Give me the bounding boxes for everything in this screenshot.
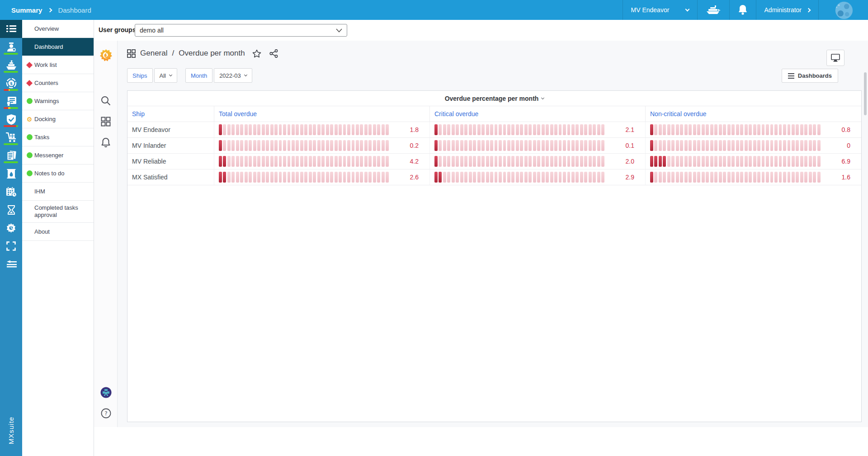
module-time[interactable] <box>0 201 22 219</box>
user-groups-select[interactable]: demo all <box>135 24 347 37</box>
purchase-status-bar <box>4 143 18 145</box>
module-fullscreen[interactable] <box>0 237 22 255</box>
notifications-button[interactable] <box>729 0 756 20</box>
month-filter-value-text: 2022-03 <box>219 72 241 79</box>
top-bar: Summary Dashboard MV Endeavor <box>0 0 868 20</box>
grafana-search-button[interactable] <box>94 90 118 111</box>
sidebar-item-completed-tasks-approval[interactable]: Completed tasks approval <box>22 201 94 223</box>
grafana-logo[interactable] <box>94 43 118 67</box>
status-segment <box>4 89 9 91</box>
user-groups-row: User groups: demo all <box>94 20 868 41</box>
column-header-total-overdue[interactable]: Total overdue <box>214 106 430 122</box>
module-ship[interactable] <box>0 56 22 74</box>
star-icon[interactable] <box>252 49 261 58</box>
sidebar-item-messenger[interactable]: Messenger <box>22 146 94 165</box>
dashboard-title[interactable]: Overdue per month <box>179 49 245 58</box>
panel-title[interactable]: Overdue percentage per month <box>127 91 861 106</box>
sidebar-item-label: Completed tasks approval <box>34 204 91 219</box>
month-filter-value[interactable]: 2022-03 <box>214 68 252 83</box>
gauge-value: 2.9 <box>611 174 634 181</box>
dashboards-button[interactable]: Dashboards <box>782 69 838 83</box>
oil-barrel-icon <box>7 169 16 179</box>
sidebar-item-counters[interactable]: Counters <box>22 74 94 92</box>
grafana-user-avatar[interactable] <box>94 382 118 403</box>
ships-filter-label[interactable]: Ships <box>127 68 153 83</box>
table-row: MV Inlander0.20.10 <box>127 138 861 154</box>
module-finance[interactable]: $ <box>0 74 22 92</box>
finance-status-bar <box>4 89 18 91</box>
grafana-sidebar: ? <box>94 41 118 427</box>
sidebar-item-notes-to-do[interactable]: Notes to do <box>22 165 94 183</box>
grafana-help-button[interactable]: ? <box>94 403 118 423</box>
documents-status-bar <box>4 161 18 163</box>
status-segment <box>4 53 18 55</box>
gauge-value: 4.2 <box>395 158 419 165</box>
sidebar-item-dashboard[interactable]: Dashboard <box>22 38 94 56</box>
lcd-gauge <box>219 124 389 135</box>
module-crew[interactable] <box>0 38 22 56</box>
column-header-non-critical-overdue[interactable]: Non-critical overdue <box>646 106 861 122</box>
safety-status-bar <box>4 125 18 127</box>
sidebar-item-docking[interactable]: ⚙Docking <box>22 110 94 128</box>
sidebar-item-about[interactable]: About <box>22 223 94 241</box>
scrollbar-thumb[interactable] <box>864 72 867 115</box>
sidebar-item-warnings[interactable]: Warnings <box>22 92 94 110</box>
sidebar-item-label: Notes to do <box>34 170 65 177</box>
sidebar-item-label: Warnings <box>34 98 59 105</box>
column-header-critical-overdue[interactable]: Critical overdue <box>430 106 646 122</box>
column-header-ship[interactable]: Ship <box>127 106 214 122</box>
ship-status-bar <box>4 71 18 73</box>
share-icon[interactable] <box>269 49 278 58</box>
grafana-dashboards-button[interactable] <box>94 111 118 132</box>
module-oil[interactable] <box>0 165 22 183</box>
user-menu[interactable]: Administrator <box>756 0 818 20</box>
sidebar-item-tasks[interactable]: Tasks <box>22 128 94 146</box>
breadcrumb-section[interactable]: Summary <box>11 6 42 14</box>
grafana-alerting-button[interactable] <box>94 132 118 153</box>
diamond-badge-icon <box>26 62 33 68</box>
menu-list: OverviewDashboardWork listCountersWarnin… <box>22 20 94 241</box>
dashboard-folder[interactable]: General <box>140 49 167 58</box>
menu-sidebar: OverviewDashboardWork listCountersWarnin… <box>22 20 94 456</box>
status-segment <box>4 143 18 145</box>
lcd-gauge <box>650 156 821 167</box>
vessel-selector-value: MV Endeavor <box>631 6 670 14</box>
module-settings[interactable] <box>0 219 22 237</box>
module-safety[interactable] <box>0 110 22 128</box>
breadcrumb: Summary Dashboard <box>0 6 91 14</box>
sidebar-item-work-list[interactable]: Work list <box>22 56 94 74</box>
fleet-ship-button[interactable] <box>697 0 729 20</box>
sidebar-item-label: IHM <box>34 188 45 195</box>
module-documents[interactable] <box>0 146 22 165</box>
bell-icon <box>738 5 748 15</box>
module-sidebar: $ <box>0 20 22 456</box>
chevron-down-icon <box>244 73 247 76</box>
critical-overdue-gauge-cell: 0.1 <box>430 138 646 153</box>
ship-icon <box>706 5 721 15</box>
lcd-gauge <box>434 124 604 135</box>
dashboard-header: General / Overdue per month <box>127 49 278 58</box>
non-critical-overdue-gauge-cell: 0 <box>646 138 861 153</box>
module-purchase[interactable] <box>0 128 22 146</box>
month-filter-label[interactable]: Month <box>185 68 212 83</box>
panel-title-text: Overdue percentage per month <box>445 95 539 102</box>
sidebar-item-ihm[interactable]: IHM <box>22 183 94 201</box>
circle-badge-icon <box>26 134 33 141</box>
gauge-value: 2.6 <box>395 174 419 181</box>
breadcrumb-page[interactable]: Dashboard <box>58 6 91 14</box>
sidebar-item-overview[interactable]: Overview <box>22 20 94 38</box>
ship-name: MV Endeavor <box>132 126 170 133</box>
lcd-gauge <box>650 140 821 151</box>
ships-filter-value[interactable]: All <box>154 68 177 83</box>
non-critical-overdue-gauge-cell: 1.6 <box>646 169 861 185</box>
lcd-gauge <box>434 156 604 167</box>
module-menu[interactable] <box>0 20 22 38</box>
module-planning[interactable] <box>0 183 22 201</box>
kiosk-mode-button[interactable] <box>826 50 844 66</box>
module-certificates[interactable] <box>0 92 22 110</box>
svg-text:$: $ <box>9 81 12 86</box>
module-collapse[interactable] <box>0 255 22 273</box>
vessel-selector[interactable]: MV Endeavor <box>623 0 697 20</box>
certificates-status-bar <box>4 107 18 109</box>
gauge-value: 0.8 <box>827 126 850 133</box>
